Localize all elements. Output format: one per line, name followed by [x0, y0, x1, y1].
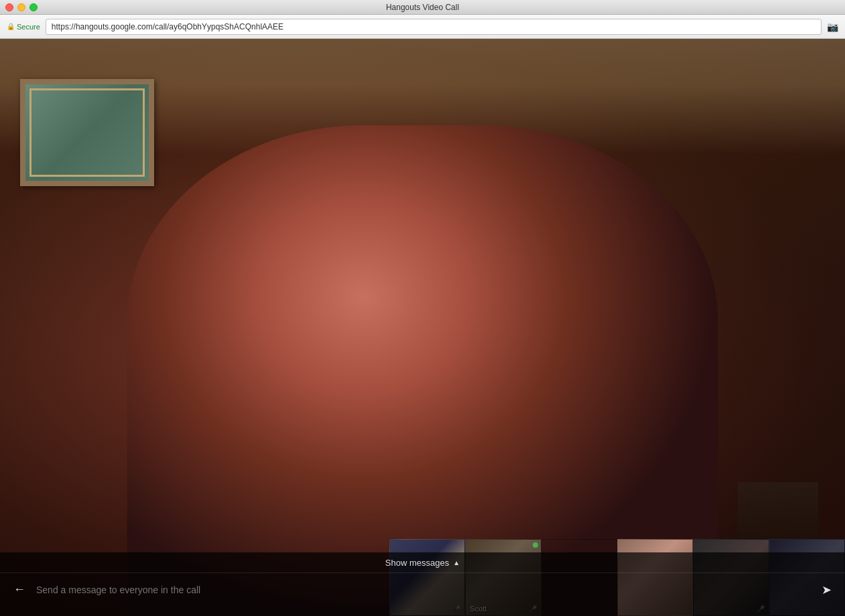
message-bar: Show messages ▲ ← ➤ [0, 552, 845, 616]
window-title: Hangouts Video Call [386, 3, 459, 12]
message-input[interactable] [36, 585, 811, 595]
close-button[interactable] [5, 3, 13, 11]
send-button[interactable]: ➤ [819, 580, 834, 600]
secure-label: Secure [17, 23, 40, 31]
message-input-row: ← ➤ [0, 572, 845, 606]
main-video-feed [0, 39, 845, 616]
traffic-lights [5, 3, 38, 11]
show-messages-bar[interactable]: Show messages ▲ [0, 552, 845, 572]
back-arrow-button[interactable]: ← [11, 580, 28, 599]
video-container: 🎤 Scott 🎤 🎤 Show messages ▲ ← ➤ [0, 39, 845, 616]
minimize-button[interactable] [17, 3, 25, 11]
address-bar: 🔒 Secure https://hangouts.google.com/cal… [0, 15, 845, 39]
maximize-button[interactable] [29, 3, 38, 11]
url-text: https://hangouts.google.com/call/ay6qObh… [52, 22, 283, 31]
picture-frame-decoration [20, 79, 154, 186]
url-bar[interactable]: https://hangouts.google.com/call/ay6qObh… [46, 19, 822, 35]
active-speaker-dot [533, 542, 538, 548]
lock-icon: 🔒 [7, 23, 15, 30]
secure-badge: 🔒 Secure [7, 23, 40, 31]
camera-icon: 📷 [827, 21, 838, 32]
title-bar: Hangouts Video Call [0, 0, 845, 15]
chevron-up-icon: ▲ [453, 559, 460, 566]
show-messages-label: Show messages [385, 558, 449, 568]
